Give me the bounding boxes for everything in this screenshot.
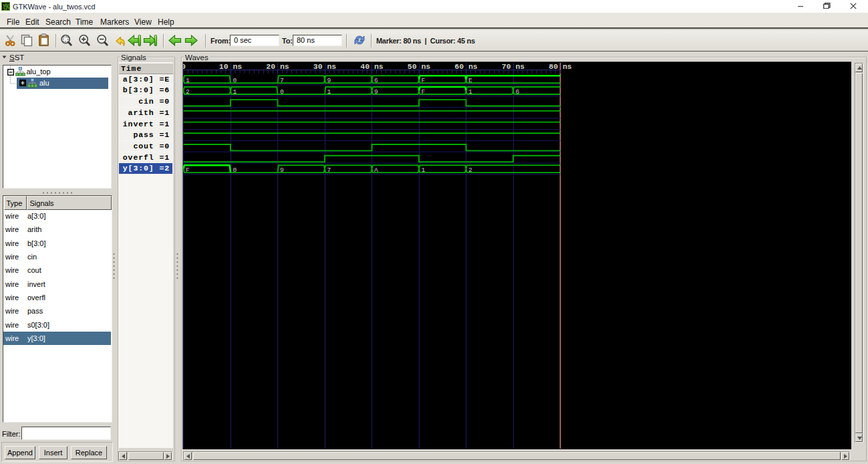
svg-text:9: 9 (374, 88, 378, 96)
svg-text:E: E (468, 77, 472, 84)
svg-text:7: 7 (280, 77, 284, 84)
svg-text:9: 9 (327, 77, 331, 84)
svg-text:0: 0 (233, 166, 237, 174)
svg-text:80 ns: 80 ns (549, 62, 572, 71)
svg-text:0: 0 (183, 62, 186, 71)
svg-text:7: 7 (327, 166, 331, 174)
svg-text:1: 1 (468, 88, 472, 96)
svg-text:50 ns: 50 ns (408, 62, 431, 71)
svg-text:F: F (422, 88, 426, 96)
svg-text:20 ns: 20 ns (266, 62, 289, 71)
svg-text:60 ns: 60 ns (454, 62, 478, 71)
svg-text:2: 2 (468, 166, 472, 174)
svg-text:F: F (422, 77, 426, 84)
svg-text:1: 1 (233, 88, 237, 96)
svg-text:70 ns: 70 ns (502, 62, 525, 71)
svg-text:10 ns: 10 ns (219, 62, 243, 71)
svg-text:1: 1 (186, 77, 190, 84)
svg-text:2: 2 (186, 88, 190, 96)
svg-text:0: 0 (280, 88, 284, 96)
svg-text:40 ns: 40 ns (360, 62, 384, 71)
svg-text:6: 6 (516, 88, 520, 96)
svg-text:1: 1 (327, 88, 331, 96)
svg-text:F: F (186, 166, 190, 174)
svg-text:1: 1 (422, 166, 426, 174)
svg-text:6: 6 (374, 77, 378, 84)
svg-text:A: A (374, 166, 378, 174)
svg-text:9: 9 (280, 166, 284, 174)
svg-text:30 ns: 30 ns (313, 62, 337, 71)
svg-text:0: 0 (233, 77, 237, 84)
